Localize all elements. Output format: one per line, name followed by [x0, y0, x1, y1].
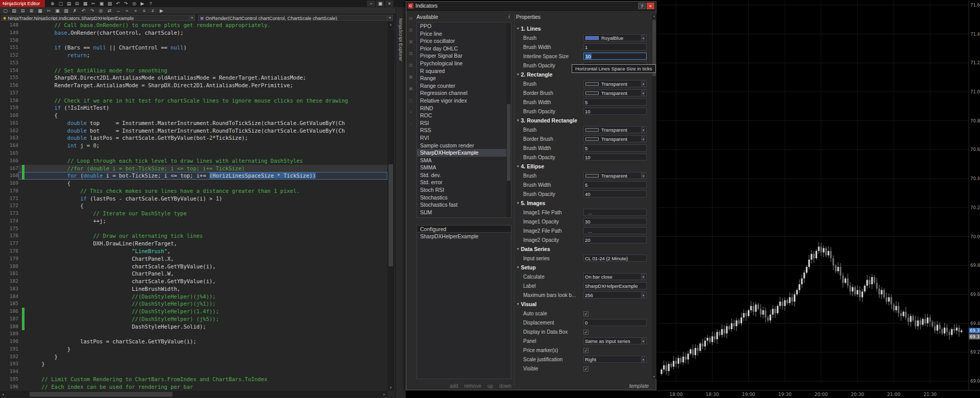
paste-icon[interactable]: ▨ — [63, 8, 69, 14]
editor-titlebar[interactable]: NinjaScript Editor ⊕▢▤⊟▦✂▣▨↶↷◎▶? –▣× — [0, 0, 406, 7]
property-field[interactable]: 20 — [583, 236, 647, 243]
property-group-header[interactable]: ▾5. Images — [516, 198, 650, 208]
chevron-down-icon[interactable]: ▾ — [387, 16, 393, 20]
collapse-icon[interactable]: ▾ — [517, 27, 519, 31]
property-group-header[interactable]: ▾Visual — [516, 300, 650, 309]
property-field[interactable]: Transparent▾ — [583, 135, 647, 142]
indicator-list-item[interactable]: Psychological line — [417, 60, 511, 67]
property-field[interactable]: 10 — [583, 154, 647, 161]
indicator-list-item[interactable]: RSS — [417, 127, 511, 134]
redo-icon[interactable]: ↷ — [122, 1, 129, 7]
save-icon[interactable]: ⊟ — [74, 1, 80, 7]
property-field[interactable]: 10 — [583, 108, 647, 115]
open-icon[interactable]: ▤ — [65, 1, 72, 7]
dialog-titlebar[interactable]: C Indicators ? × — [406, 2, 656, 11]
scroll-up-icon[interactable]: ▴ — [652, 14, 656, 18]
indicator-list-item[interactable]: SMA — [417, 157, 511, 164]
chevron-down-icon[interactable]: ▾ — [641, 338, 645, 344]
template-link[interactable]: template — [629, 383, 649, 389]
chevron-down-icon[interactable]: ▾ — [641, 127, 645, 133]
scroll-down-icon[interactable]: ▾ — [387, 385, 394, 391]
indicator-list-item[interactable]: RSI — [417, 119, 511, 127]
scroll-up-icon[interactable]: ▴ — [387, 21, 394, 28]
help-button[interactable]: ? — [638, 3, 646, 9]
property-field[interactable]: 256▾ — [583, 291, 647, 298]
minimize-icon[interactable]: – — [367, 1, 375, 7]
indicator-list-item[interactable]: Relative vigor index — [417, 97, 511, 105]
collapse-icon[interactable]: ▾ — [517, 265, 519, 269]
copy-icon[interactable]: ▣ — [54, 8, 61, 14]
replace-icon[interactable]: ⇄ — [106, 8, 113, 14]
scroll-left-icon[interactable]: ◂ — [0, 391, 6, 397]
property-field[interactable]: CL 01-24 (2 Minute) — [583, 255, 647, 262]
collapse-icon[interactable]: ▾ — [517, 164, 519, 168]
indicator-list-item[interactable]: RIND — [417, 105, 511, 112]
compile-icon[interactable]: ▶ — [158, 8, 165, 14]
indicator-list-item[interactable]: Price line — [417, 30, 511, 38]
indicator-list-item[interactable]: SMMA — [417, 164, 511, 171]
chevron-down-icon[interactable]: ▾ — [641, 81, 645, 87]
property-field[interactable]: ... — [583, 209, 647, 216]
collapse-icon[interactable]: ▾ — [517, 72, 519, 77]
find-icon[interactable]: ◎ — [97, 8, 104, 14]
save-icon[interactable]: ⊟ — [19, 8, 26, 14]
new-window-icon[interactable]: ▢ — [57, 1, 64, 7]
method-selector[interactable]: ▣ OnRender(ChartControl chartControl, Ch… — [198, 15, 393, 21]
chevron-down-icon[interactable]: ▾ — [641, 292, 645, 298]
list-scrollbar[interactable] — [506, 22, 511, 217]
indicator-list-item[interactable]: ROC — [417, 112, 511, 119]
undo-icon[interactable]: ↶ — [114, 1, 121, 7]
code-editor[interactable]: 148 // Call base.OnRender() to ensure pl… — [0, 21, 387, 391]
print-icon[interactable]: ▦ — [37, 8, 43, 14]
print-icon[interactable]: ▦ — [82, 1, 88, 7]
configured-indicator-item[interactable]: SharpDXHelperExample — [417, 233, 511, 240]
indicator-list-item[interactable]: Range — [417, 74, 511, 82]
chevron-down-icon[interactable]: ▾ — [641, 356, 645, 362]
ninjascript-explorer-tab[interactable]: NinjaScript Explorer — [396, 7, 406, 398]
property-group-header[interactable]: ▾4. Ellipse — [516, 162, 650, 171]
indicator-list-item[interactable]: Prior day OHLC — [417, 45, 511, 53]
property-field[interactable]: Transparent▾ — [583, 89, 647, 96]
configured-indicator-list[interactable]: SharpDXHelperExample — [416, 233, 511, 379]
up-button[interactable]: up — [487, 383, 493, 389]
property-field[interactable]: SharpDXHelperExample — [583, 282, 647, 289]
collapse-icon[interactable]: ▾ — [517, 118, 519, 122]
indent-icon[interactable]: » — [132, 8, 139, 14]
collapse-icon[interactable]: ▾ — [517, 302, 519, 306]
checkbox[interactable]: ✓ — [583, 330, 589, 335]
save-all-icon[interactable]: ⊞ — [28, 8, 35, 14]
indicator-list-item[interactable]: PPO — [417, 22, 511, 30]
comment-icon[interactable]: ≡ — [141, 8, 148, 14]
candlestick-chart[interactable]: 69.0069.2069.4069.6069.8070.0070.2070.40… — [656, 0, 980, 398]
checkbox[interactable]: ✓ — [583, 366, 589, 371]
property-field[interactable]: 5 — [583, 181, 647, 188]
property-field[interactable]: RoyalBlue▾ — [583, 34, 647, 41]
remove-button[interactable]: remove — [464, 383, 481, 389]
property-field[interactable]: Right▾ — [583, 356, 647, 363]
scrollbar-thumb[interactable] — [30, 392, 173, 396]
collapse-icon[interactable]: ▾ — [517, 201, 519, 205]
connect-icon[interactable]: ⊕ — [49, 1, 56, 7]
property-field[interactable]: 5 — [583, 98, 647, 106]
indicator-list-item[interactable]: Std. error — [417, 179, 511, 186]
property-field[interactable]: ... — [583, 227, 647, 234]
editor-horizontal-scrollbar[interactable]: ◂ ▸ — [0, 391, 387, 397]
indicator-list-item[interactable]: Proper Signal Bar — [417, 52, 511, 60]
property-field[interactable]: Transparent▾ — [583, 126, 647, 133]
property-field[interactable]: 1 — [583, 43, 647, 51]
copy-icon[interactable]: ▣ — [98, 1, 105, 7]
outdent-icon[interactable]: « — [124, 8, 130, 14]
scrollbar-thumb[interactable] — [507, 104, 510, 181]
property-field[interactable]: Same as input series▾ — [583, 337, 647, 344]
indicator-list-item[interactable]: SharpDXHelperExample — [417, 149, 511, 157]
property-group-header[interactable]: ▾Setup — [516, 263, 650, 272]
price-chart[interactable]: 69.0069.2069.4069.6069.8070.0070.2070.40… — [656, 0, 980, 398]
property-field[interactable]: 10 — [583, 53, 647, 60]
indicator-list-item[interactable]: Price oscillator — [417, 37, 511, 45]
editor-vertical-scrollbar[interactable]: ▴ ▾ — [387, 21, 394, 391]
find-icon[interactable]: ◎ — [131, 1, 137, 7]
class-selector[interactable]: ◆ NinjaTrader.NinjaScript.Indicators.Sha… — [1, 15, 195, 21]
cut-icon[interactable]: ✂ — [45, 8, 52, 14]
compile-icon[interactable]: ▶ — [139, 1, 145, 7]
indicator-list-item[interactable]: Regression channel — [417, 89, 511, 97]
